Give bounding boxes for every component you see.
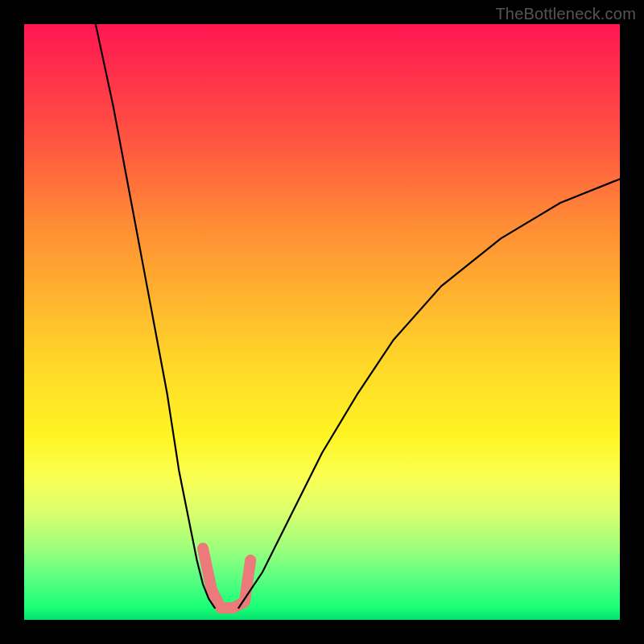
bottleneck-chart [24,24,620,620]
watermark-text: TheBottleneck.com [495,5,636,23]
right-curve-line [238,179,620,608]
left-curve-line [96,24,215,608]
valley-marker-band [203,548,250,608]
chart-svg-layer [24,24,620,620]
